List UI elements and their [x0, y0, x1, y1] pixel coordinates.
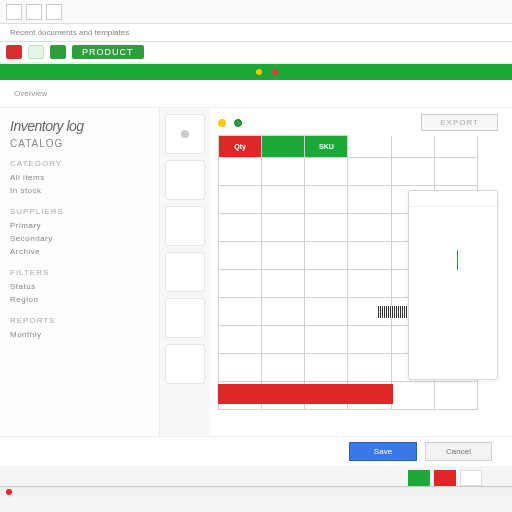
brand-chip-green [50, 45, 66, 59]
sidebar-subtitle: CATALOG [10, 138, 149, 149]
status-dot-red [272, 69, 278, 75]
sidebar-group: SUPPLIERS Primary Secondary Archive [10, 207, 149, 258]
export-button[interactable]: EXPORT [421, 114, 498, 131]
sidebar: Inventory log CATALOG CATEGORY All items… [0, 108, 160, 448]
grid-header[interactable]: SKU [305, 136, 348, 158]
sidebar-item[interactable]: Secondary [10, 232, 149, 245]
sidebar-item[interactable]: Archive [10, 245, 149, 258]
sidebar-group-head: CATEGORY [10, 159, 149, 168]
subnav-item[interactable]: Overview [14, 89, 47, 98]
table-row[interactable] [219, 158, 478, 186]
sidebar-group-head: FILTERS [10, 268, 149, 277]
sidebar-group: CATEGORY All items In stock [10, 159, 149, 197]
thumbnail[interactable] [165, 252, 205, 292]
product-label: PRODUCT [72, 45, 144, 59]
grid-header[interactable] [262, 136, 305, 158]
sub-navigation: Overview [0, 80, 512, 108]
sidebar-group: FILTERS Status Region [10, 268, 149, 306]
grid-header[interactable] [434, 136, 477, 158]
sidebar-group: REPORTS Monthly [10, 316, 149, 341]
taskbar[interactable] [0, 486, 512, 496]
start-icon[interactable] [6, 489, 12, 495]
brand-chip-red [6, 45, 22, 59]
chip-blank [460, 470, 482, 486]
main-area: Inventory log CATALOG CATEGORY All items… [0, 108, 512, 448]
file-icon[interactable] [6, 4, 22, 20]
chip-green [408, 470, 430, 486]
grid-header[interactable] [348, 136, 391, 158]
accent-bar [0, 64, 512, 80]
save-button[interactable]: Save [349, 442, 417, 461]
grid-header[interactable] [391, 136, 434, 158]
chip-red [434, 470, 456, 486]
thumbnail[interactable] [165, 344, 205, 384]
grid-header-row: Qty SKU [219, 136, 478, 158]
barcode-icon [378, 306, 412, 318]
tab-label[interactable]: Recent documents and templates [10, 28, 129, 37]
recent-icon[interactable] [46, 4, 62, 20]
thumbnail[interactable] [165, 206, 205, 246]
thumbnail[interactable] [165, 298, 205, 338]
content-toolbar: EXPORT [218, 114, 498, 131]
footer-actions: Save Cancel [0, 436, 512, 466]
thumbnail[interactable] [165, 114, 205, 154]
content-pane: EXPORT Qty SKU [210, 108, 512, 448]
ribbon: PRODUCT [0, 42, 512, 64]
grid-footer-bar [218, 384, 393, 404]
side-panel[interactable] [408, 190, 498, 380]
sidebar-item[interactable]: Region [10, 293, 149, 306]
cancel-button[interactable]: Cancel [425, 442, 492, 461]
sidebar-item[interactable]: Primary [10, 219, 149, 232]
sidebar-group-head: REPORTS [10, 316, 149, 325]
filter-dot-yellow[interactable] [218, 119, 226, 127]
sidebar-item[interactable]: In stock [10, 184, 149, 197]
filter-dot-green[interactable] [234, 119, 242, 127]
top-toolbar [0, 0, 512, 24]
text-cursor [457, 250, 458, 270]
status-dot-yellow [256, 69, 262, 75]
sidebar-group-head: SUPPLIERS [10, 207, 149, 216]
folder-icon[interactable] [26, 4, 42, 20]
sidebar-title: Inventory log [10, 118, 149, 134]
status-chips [408, 470, 482, 486]
side-panel-header [409, 191, 497, 207]
grid-header[interactable]: Qty [219, 136, 262, 158]
sidebar-item[interactable]: Monthly [10, 328, 149, 341]
brand-chip-pale [28, 45, 44, 59]
sidebar-item[interactable]: Status [10, 280, 149, 293]
sidebar-item[interactable]: All items [10, 171, 149, 184]
thumbnail-column [160, 108, 210, 448]
document-tabs: Recent documents and templates [0, 24, 512, 42]
thumbnail[interactable] [165, 160, 205, 200]
